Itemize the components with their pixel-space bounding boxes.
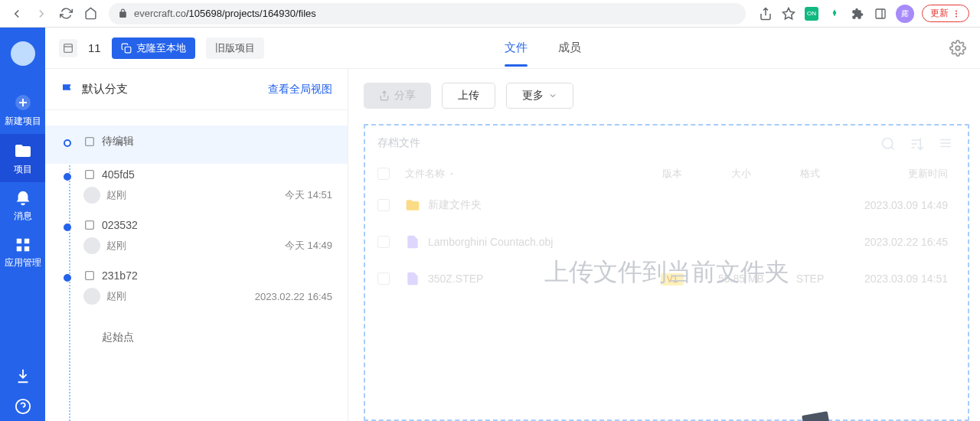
select-all-checkbox[interactable] bbox=[377, 168, 390, 180]
sidebar-item-label: 消息 bbox=[14, 210, 32, 223]
sidebar-item-help[interactable] bbox=[0, 390, 45, 421]
plus-circle-icon bbox=[14, 93, 32, 112]
col-name[interactable]: 文件名称 bbox=[405, 167, 642, 181]
home-button[interactable] bbox=[80, 3, 101, 24]
commit-author: 赵刚 bbox=[106, 289, 126, 303]
start-point-label: 起始点 bbox=[64, 315, 332, 344]
user-avatar bbox=[83, 187, 100, 204]
old-version-button[interactable]: 旧版项目 bbox=[206, 38, 264, 59]
share-page-icon[interactable] bbox=[758, 6, 773, 21]
row-checkbox[interactable] bbox=[377, 199, 390, 211]
col-version[interactable]: 版本 bbox=[642, 167, 703, 181]
address-bar[interactable]: evercraft.co/105698/projects/164930/file… bbox=[109, 3, 746, 24]
commit-time: 今天 14:51 bbox=[285, 188, 332, 202]
commit-item[interactable]: 023532 赵刚 今天 14:49 bbox=[64, 214, 332, 265]
copy-icon bbox=[121, 43, 132, 54]
project-topbar: 11 克隆至本地 旧版项目 文件 成员 bbox=[45, 28, 980, 69]
svg-rect-13 bbox=[125, 47, 131, 53]
file-name: Lamborghini Countach.obj bbox=[428, 236, 553, 248]
global-view-link[interactable]: 查看全局视图 bbox=[268, 83, 332, 96]
search-icon[interactable] bbox=[880, 136, 896, 152]
commit-icon bbox=[83, 168, 96, 181]
clone-button[interactable]: 克隆至本地 bbox=[112, 38, 195, 59]
commit-hash: 405fd5 bbox=[102, 168, 135, 181]
sort-icon[interactable] bbox=[910, 136, 925, 152]
bookmark-star-icon[interactable] bbox=[781, 6, 796, 21]
svg-rect-18 bbox=[86, 272, 94, 280]
extensions-icon[interactable] bbox=[850, 6, 865, 21]
file-name: 新建文件夹 bbox=[428, 198, 482, 212]
branch-header: 默认分支 查看全局视图 bbox=[45, 69, 348, 110]
settings-button[interactable] bbox=[949, 40, 966, 57]
commit-author: 赵刚 bbox=[106, 239, 126, 253]
svg-rect-11 bbox=[64, 44, 73, 52]
reload-button[interactable] bbox=[55, 3, 77, 24]
tab-members[interactable]: 成员 bbox=[558, 30, 581, 66]
browser-actions: ON 露 更新 bbox=[753, 5, 974, 23]
bell-icon bbox=[15, 190, 31, 207]
svg-point-19 bbox=[883, 139, 893, 148]
extension-icon[interactable] bbox=[827, 6, 842, 21]
svg-rect-8 bbox=[16, 246, 21, 251]
sort-asc-icon bbox=[448, 170, 456, 178]
commit-time: 今天 14:49 bbox=[285, 239, 332, 253]
svg-line-20 bbox=[891, 147, 894, 150]
project-icon bbox=[59, 39, 77, 57]
upload-button[interactable]: 上传 bbox=[442, 83, 495, 109]
sidebar-item-download[interactable] bbox=[0, 360, 45, 390]
flag-icon bbox=[60, 83, 74, 96]
commit-item[interactable]: 待编辑 bbox=[45, 126, 348, 164]
action-row: 分享 上传 更多 bbox=[364, 83, 969, 109]
commit-author: 赵刚 bbox=[106, 188, 126, 202]
grid-icon bbox=[15, 237, 31, 253]
chevron-down-icon bbox=[548, 91, 557, 100]
file-row[interactable]: Lamborghini Countach.obj 2023.02.22 16:4… bbox=[373, 224, 960, 260]
extension-icon[interactable]: ON bbox=[804, 6, 819, 21]
branch-panel: 默认分支 查看全局视图 待编辑 bbox=[45, 69, 348, 421]
commit-icon bbox=[83, 269, 96, 282]
svg-rect-9 bbox=[24, 246, 28, 251]
file-row[interactable]: 新建文件夹 2023.03.09 14:49 bbox=[373, 187, 960, 224]
forward-button[interactable] bbox=[31, 3, 52, 24]
row-checkbox[interactable] bbox=[377, 273, 390, 285]
svg-point-4 bbox=[956, 15, 957, 17]
drop-overlay-text: 上传文件到当前文件夹 bbox=[544, 256, 789, 289]
svg-rect-6 bbox=[16, 239, 21, 243]
sidebar-item-new[interactable]: 新建项目 bbox=[0, 86, 45, 134]
browser-toolbar: evercraft.co/105698/projects/164930/file… bbox=[0, 0, 980, 28]
url-text: evercraft.co/105698/projects/164930/file… bbox=[134, 8, 316, 19]
drag-thumbnail bbox=[802, 411, 831, 421]
menu-icon[interactable] bbox=[939, 136, 952, 150]
more-button[interactable]: 更多 bbox=[506, 83, 573, 109]
file-icon bbox=[405, 234, 420, 250]
back-button[interactable] bbox=[6, 3, 28, 24]
sidebar-item-projects[interactable]: 项目 bbox=[0, 134, 45, 182]
profile-avatar[interactable]: 露 bbox=[896, 5, 914, 23]
commit-hash: 023532 bbox=[102, 219, 138, 231]
sidebar-item-apps[interactable]: 应用管理 bbox=[0, 229, 45, 276]
folder-icon bbox=[14, 142, 32, 160]
drag-preview: Cybertruck... bbox=[792, 413, 840, 421]
commit-item[interactable]: 231b72 赵刚 2023.02.22 16:45 bbox=[64, 265, 332, 315]
col-size[interactable]: 大小 bbox=[703, 167, 779, 181]
tab-files[interactable]: 文件 bbox=[505, 30, 528, 66]
download-icon bbox=[15, 367, 31, 384]
panel-icon[interactable] bbox=[873, 6, 888, 21]
row-checkbox[interactable] bbox=[377, 236, 390, 248]
svg-rect-7 bbox=[24, 239, 28, 243]
col-time[interactable]: 更新时间 bbox=[841, 167, 956, 181]
sidebar-item-messages[interactable]: 消息 bbox=[0, 182, 45, 229]
commit-list: 待编辑 405fd5 赵 bbox=[45, 110, 348, 421]
commit-item[interactable]: 405fd5 赵刚 今天 14:51 bbox=[64, 164, 332, 214]
table-header: 文件名称 版本 大小 格式 更新时间 bbox=[373, 161, 960, 187]
svg-rect-17 bbox=[86, 221, 94, 230]
project-number: 11 bbox=[88, 41, 101, 54]
commit-time: 2023.02.22 16:45 bbox=[255, 291, 332, 302]
user-avatar[interactable] bbox=[11, 41, 35, 66]
update-button[interactable]: 更新 bbox=[922, 5, 969, 22]
sidebar-item-label: 应用管理 bbox=[5, 256, 41, 269]
col-format[interactable]: 格式 bbox=[779, 167, 841, 181]
edit-icon bbox=[83, 135, 96, 148]
drop-zone[interactable]: 存档文件 上传文件到当前文件夹 文件名称 版本 大小 格式 更新时间 bbox=[364, 124, 969, 421]
branch-title: 默认分支 bbox=[82, 82, 128, 96]
